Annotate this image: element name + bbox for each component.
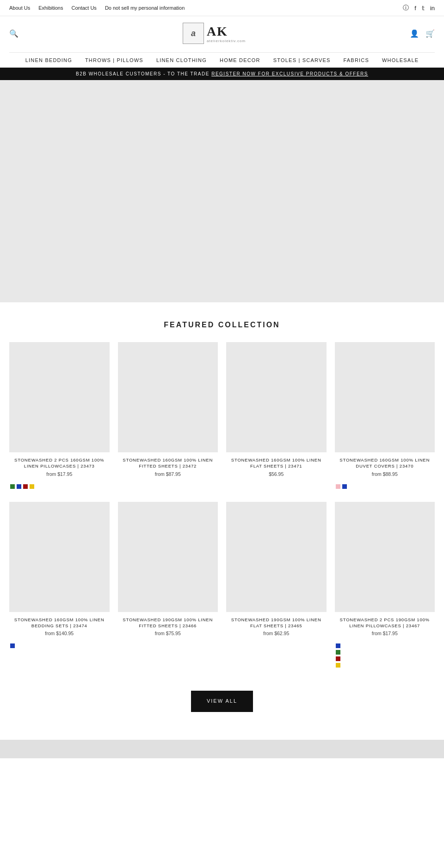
instagram-icon[interactable]: ⓘ (403, 4, 409, 12)
product-card-2[interactable]: STONEWASHED 160GSM 100% LINEN FITTED SHE… (118, 342, 218, 477)
twitter-icon[interactable]: 𝕥 (422, 5, 425, 12)
product-card-6[interactable]: STONEWASHED 190GSM 100% LINEN FITTED SHE… (118, 502, 218, 637)
hero-image (0, 80, 444, 302)
logo-name: AK (207, 24, 228, 38)
promo-link[interactable]: REGISTER NOW FOR EXCLUSIVE PRODUCTS & OF… (211, 71, 368, 76)
swatch-red-1[interactable] (23, 484, 28, 489)
contact-us-link[interactable]: Contact Us (71, 5, 96, 11)
product-image-3 (226, 342, 327, 452)
nav-linen-bedding[interactable]: LINEN BEDDING (25, 57, 72, 63)
swatches-4 (335, 481, 435, 493)
product-title-7: STONEWASHED 190GSM 100% LINEN FLAT SHEET… (226, 617, 327, 629)
product-card-4[interactable]: STONEWASHED 160GSM 100% LINEN DUVET COVE… (335, 342, 435, 477)
product-price-4: from $88.95 (335, 471, 435, 477)
linkedin-icon[interactable]: in (430, 5, 435, 12)
logo-container[interactable]: a AK atelierkolektiv.com (183, 23, 246, 44)
nav-wholesale[interactable]: WHOLESALE (382, 57, 419, 63)
logo-icon: a (183, 23, 204, 44)
product-card-7[interactable]: STONEWASHED 190GSM 100% LINEN FLAT SHEET… (226, 502, 327, 637)
product-image-5 (9, 502, 110, 612)
nav-throws-pillows[interactable]: THROWS | PILLOWS (85, 57, 143, 63)
product-image-4 (335, 342, 435, 452)
privacy-link[interactable]: Do not sell my personal information (105, 5, 185, 11)
swatch-green-1[interactable] (10, 484, 15, 489)
main-nav: LINEN BEDDING THROWS | PILLOWS LINEN CLO… (9, 52, 435, 68)
products-grid-row2: STONEWASHED 160GSM 100% LINEN BEDDING SE… (9, 502, 435, 637)
product-image-7 (226, 502, 327, 612)
product-card-5[interactable]: STONEWASHED 160GSM 100% LINEN BEDDING SE… (9, 502, 110, 637)
product-price-1: from $17.95 (9, 471, 110, 477)
promo-banner: B2B WHOLESALE CUSTOMERS - TO THE TRADE R… (0, 68, 444, 80)
swatches-5 (9, 641, 110, 672)
swatches-2 (118, 481, 218, 493)
swatch-blue-5[interactable] (10, 643, 15, 648)
top-bar: About Us Exhibitions Contact Us Do not s… (0, 0, 444, 16)
header-right: 👤 🛒 (410, 29, 435, 38)
cart-button[interactable]: 🛒 (426, 29, 435, 38)
footer-bar (0, 740, 444, 758)
top-bar-links: About Us Exhibitions Contact Us Do not s… (9, 5, 185, 11)
product-image-2 (118, 342, 218, 452)
nav-linen-clothing[interactable]: LINEN CLOTHING (156, 57, 207, 63)
product-title-6: STONEWASHED 190GSM 100% LINEN FITTED SHE… (118, 617, 218, 629)
swatches-1 (9, 481, 110, 493)
view-all-container: VIEW ALL (9, 677, 435, 731)
about-us-link[interactable]: About Us (9, 5, 30, 11)
swatch-blue-4[interactable] (342, 484, 347, 489)
swatch-yellow-8[interactable] (336, 663, 340, 668)
logo-subtext: atelierkolektiv.com (207, 39, 246, 43)
product-image-6 (118, 502, 218, 612)
featured-title: FEATURED COLLECTION (9, 321, 435, 329)
social-icons: ⓘ f 𝕥 in (403, 4, 435, 12)
product-title-4: STONEWASHED 160GSM 100% LINEN DUVET COVE… (335, 457, 435, 469)
header: 🔍 a AK atelierkolektiv.com 👤 🛒 LINEN BED… (0, 16, 444, 68)
swatches-3 (226, 481, 327, 493)
product-price-2: from $87.95 (118, 471, 218, 477)
product-price-7: from $62.95 (226, 631, 327, 636)
nav-home-decor[interactable]: HOME DECOR (220, 57, 260, 63)
swatches-7 (226, 641, 327, 672)
product-image-1 (9, 342, 110, 452)
products-grid-row1: STONEWASHED 2 PCS 160GSM 100% LINEN PILL… (9, 342, 435, 477)
product-price-5: from $140.95 (9, 631, 110, 636)
swatch-pink-4[interactable] (336, 484, 340, 489)
product-title-2: STONEWASHED 160GSM 100% LINEN FITTED SHE… (118, 457, 218, 469)
swatch-blue-8[interactable] (336, 643, 340, 648)
facebook-icon[interactable]: f (414, 5, 416, 12)
product-card-1[interactable]: STONEWASHED 2 PCS 160GSM 100% LINEN PILL… (9, 342, 110, 477)
product-title-1: STONEWASHED 2 PCS 160GSM 100% LINEN PILL… (9, 457, 110, 469)
product-card-8[interactable]: STONEWASHED 2 PCS 190GSM 100% LINEN PILL… (335, 502, 435, 637)
header-left: 🔍 (9, 29, 18, 38)
product-price-8: from $17.95 (335, 631, 435, 636)
product-title-5: STONEWASHED 160GSM 100% LINEN BEDDING SE… (9, 617, 110, 629)
swatch-red-8[interactable] (336, 656, 340, 661)
nav-fabrics[interactable]: FABRICS (344, 57, 369, 63)
product-card-3[interactable]: STONEWASHED 160GSM 100% LINEN FLAT SHEET… (226, 342, 327, 477)
view-all-button[interactable]: VIEW ALL (191, 691, 253, 712)
product-title-3: STONEWASHED 160GSM 100% LINEN FLAT SHEET… (226, 457, 327, 469)
swatch-yellow-1[interactable] (30, 484, 34, 489)
product-price-6: from $75.95 (118, 631, 218, 636)
swatch-blue-1[interactable] (17, 484, 21, 489)
nav-stoles-scarves[interactable]: STOLES | SCARVES (273, 57, 331, 63)
header-actions: 🔍 a AK atelierkolektiv.com 👤 🛒 (9, 23, 435, 44)
promo-text: B2B WHOLESALE CUSTOMERS - TO THE TRADE (76, 71, 210, 76)
product-image-8 (335, 502, 435, 612)
swatches-6 (118, 641, 218, 672)
swatches-8 (335, 641, 435, 672)
swatch-green-8[interactable] (336, 650, 340, 655)
product-title-8: STONEWASHED 2 PCS 190GSM 100% LINEN PILL… (335, 617, 435, 629)
account-button[interactable]: 👤 (410, 29, 419, 38)
exhibitions-link[interactable]: Exhibitions (38, 5, 63, 11)
product-price-3: $56.95 (226, 471, 327, 477)
featured-section: FEATURED COLLECTION STONEWASHED 2 PCS 16… (0, 302, 444, 740)
search-button[interactable]: 🔍 (9, 29, 18, 38)
